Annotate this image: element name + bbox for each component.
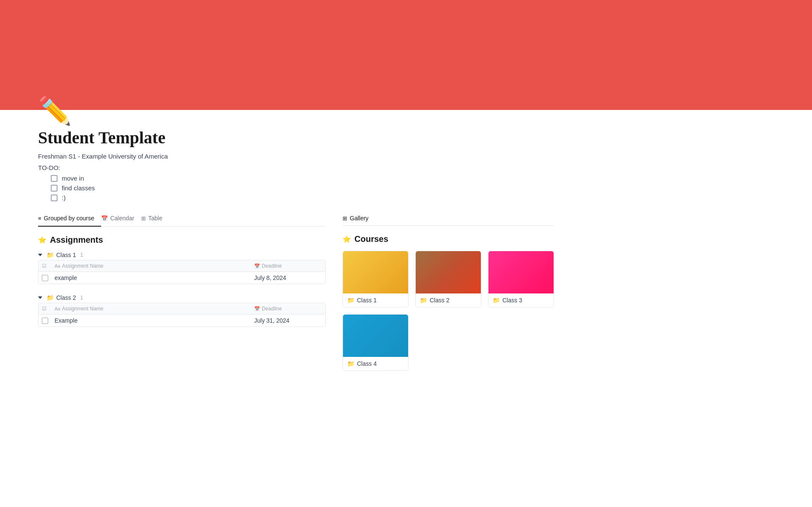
row-name: Example	[55, 317, 254, 324]
gallery-tab-icon: ⊞	[343, 215, 347, 222]
todo-label: TO-DO:	[38, 164, 554, 171]
row-check-cell	[42, 275, 55, 281]
course-folder-icon: 📁	[420, 297, 427, 304]
deadline-header-label: Deadline	[262, 306, 282, 312]
course-thumb-class1	[343, 251, 408, 293]
folder-icon: 📁	[47, 294, 54, 301]
right-tabs: ⊞Gallery	[343, 211, 554, 226]
name-header-icon: Aa	[55, 306, 60, 311]
table-header-row: ☑AaAssignment Name📅Deadline	[38, 260, 325, 272]
group-header-class1[interactable]: 📁 Class 1 1	[38, 252, 326, 258]
gallery-tab-label: Gallery	[350, 215, 368, 222]
courses-title: Courses	[354, 234, 388, 244]
course-folder-icon: 📁	[493, 297, 500, 304]
table-class1: ☑AaAssignment Name📅Deadline example July…	[38, 260, 326, 284]
table-class2: ☑AaAssignment Name📅Deadline Example July…	[38, 303, 326, 327]
row-name: example	[55, 274, 254, 281]
check-header-icon: ☑	[42, 306, 47, 312]
course-name: Class 2	[430, 297, 450, 304]
assignments-star-icon: ⭐	[38, 236, 47, 244]
collapse-icon	[38, 254, 42, 256]
calendar-tab-label: Calendar	[110, 215, 134, 222]
row-deadline: July 8, 2024	[254, 274, 322, 281]
row-deadline: July 31, 2024	[254, 317, 322, 324]
check-header-icon: ☑	[42, 263, 47, 269]
course-thumb-class4	[343, 315, 408, 357]
left-panel: ≡Grouped by course📅Calendar⊞Table ⭐ Assi…	[38, 211, 326, 371]
assignments-section-header: ⭐ Assignments	[38, 235, 326, 245]
course-card-class2[interactable]: 📁 Class 2	[415, 251, 481, 307]
table-header-row: ☑AaAssignment Name📅Deadline	[38, 303, 325, 315]
course-card-class3[interactable]: 📁 Class 3	[488, 251, 554, 307]
group-count: 1	[80, 295, 83, 301]
course-label-class1: 📁 Class 1	[343, 293, 408, 307]
right-panel: ⊞Gallery ⭐ Courses 📁 Class 1 📁 Class 2 📁…	[343, 211, 554, 371]
course-folder-icon: 📁	[347, 360, 354, 367]
tab-gallery[interactable]: ⊞Gallery	[343, 211, 368, 226]
group-class1: 📁 Class 1 1 ☑AaAssignment Name📅Deadline …	[38, 252, 326, 284]
grouped-tab-icon: ≡	[38, 215, 41, 222]
table-tab-icon: ⊞	[141, 215, 146, 222]
row-checkbox[interactable]	[42, 275, 48, 281]
row-check-cell	[42, 318, 55, 324]
todo-item: :)	[51, 194, 554, 201]
th-name: AaAssignment Name	[55, 263, 254, 269]
assignments-title: Assignments	[50, 235, 103, 245]
todo-item: find classes	[51, 184, 554, 192]
collapse-icon	[38, 296, 42, 299]
todo-text: find classes	[62, 184, 95, 192]
row-checkbox[interactable]	[42, 318, 48, 324]
th-name: AaAssignment Name	[55, 306, 254, 312]
course-folder-icon: 📁	[347, 297, 354, 304]
courses-star-icon: ⭐	[343, 235, 351, 243]
courses-grid: 📁 Class 1 📁 Class 2 📁 Class 3 📁 Class 4	[343, 251, 554, 371]
todo-checkbox[interactable]	[51, 195, 58, 201]
page-title: Student Template	[38, 128, 554, 148]
folder-icon: 📁	[47, 252, 54, 258]
group-name: Class 2	[56, 294, 76, 301]
tab-table[interactable]: ⊞Table	[141, 211, 169, 227]
th-check: ☑	[42, 263, 55, 269]
th-deadline: 📅Deadline	[254, 263, 322, 269]
todo-item: move in	[51, 175, 554, 182]
course-label-class4: 📁 Class 4	[343, 357, 408, 370]
todo-list: move infind classes:)	[51, 175, 554, 201]
th-check: ☑	[42, 306, 55, 312]
left-tabs: ≡Grouped by course📅Calendar⊞Table	[38, 211, 326, 227]
group-class2: 📁 Class 2 1 ☑AaAssignment Name📅Deadline …	[38, 294, 326, 327]
course-card-class1[interactable]: 📁 Class 1	[343, 251, 409, 307]
course-name: Class 4	[357, 360, 377, 367]
todo-checkbox[interactable]	[51, 185, 58, 192]
course-thumb-class2	[416, 251, 481, 293]
page-subtitle: Freshman S1 - Example University of Amer…	[38, 153, 554, 160]
courses-section-header: ⭐ Courses	[343, 234, 554, 244]
tab-calendar[interactable]: 📅Calendar	[101, 211, 141, 227]
table-row: example July 8, 2024	[38, 272, 325, 284]
group-header-class2[interactable]: 📁 Class 2 1	[38, 294, 326, 301]
hero-banner	[0, 0, 812, 110]
deadline-header-icon: 📅	[254, 306, 260, 312]
name-header-label: Assignment Name	[62, 263, 103, 269]
deadline-header-icon: 📅	[254, 263, 260, 269]
tab-grouped[interactable]: ≡Grouped by course	[38, 211, 101, 227]
course-name: Class 1	[357, 297, 377, 304]
page-icon: ✏️	[38, 97, 554, 124]
group-count: 1	[80, 252, 83, 258]
name-header-icon: Aa	[55, 263, 60, 269]
assignment-groups: 📁 Class 1 1 ☑AaAssignment Name📅Deadline …	[38, 252, 326, 327]
todo-checkbox[interactable]	[51, 175, 58, 182]
th-deadline: 📅Deadline	[254, 306, 322, 312]
course-thumb-class3	[488, 251, 554, 293]
course-card-class4[interactable]: 📁 Class 4	[343, 314, 409, 371]
course-name: Class 3	[502, 297, 522, 304]
todo-text: :)	[62, 194, 66, 201]
table-tab-label: Table	[148, 215, 162, 222]
deadline-header-label: Deadline	[262, 263, 282, 269]
name-header-label: Assignment Name	[62, 306, 103, 312]
group-name: Class 1	[56, 252, 76, 258]
todo-text: move in	[62, 175, 84, 182]
course-label-class2: 📁 Class 2	[416, 293, 481, 307]
grouped-tab-label: Grouped by course	[44, 215, 94, 222]
course-label-class3: 📁 Class 3	[488, 293, 554, 307]
table-row: Example July 31, 2024	[38, 315, 325, 326]
